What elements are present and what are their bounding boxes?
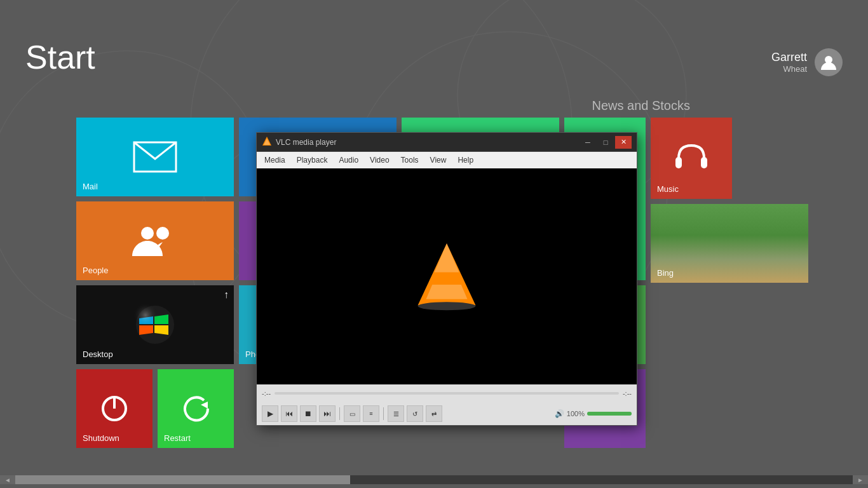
bing-bg (651, 204, 808, 283)
shutdown-tile-icon (98, 393, 130, 424)
vlc-prev-button[interactable]: ⏮ (281, 405, 297, 422)
vlc-volume-fill (587, 412, 632, 416)
vlc-sep-1 (339, 407, 340, 420)
vlc-next-button[interactable]: ⏭ (319, 405, 336, 422)
vlc-random-button[interactable]: ⇄ (426, 405, 442, 422)
svg-marker-13 (201, 402, 208, 409)
vlc-frame-button[interactable]: ▭ (344, 405, 360, 422)
shutdown-tile-label: Shutdown (83, 433, 119, 443)
vlc-menu-playback[interactable]: Playback (292, 154, 333, 166)
vlc-playlist-button[interactable]: ☰ (388, 405, 404, 422)
user-text: Garrett Wheat (771, 51, 807, 74)
user-subtitle: Wheat (771, 64, 807, 74)
vlc-title-text: VLC media player (276, 138, 336, 147)
tile-column-1: Mail People (76, 118, 234, 448)
vlc-minimize-button[interactable]: ─ (580, 136, 596, 149)
desktop-arrow-icon: ↑ (224, 289, 229, 301)
vlc-time-left: -:-- (262, 390, 271, 397)
svg-point-7 (141, 227, 154, 240)
news-stocks-label: News and Stocks (592, 98, 690, 113)
vlc-logo-icon (262, 136, 272, 148)
vlc-sep-2 (383, 407, 384, 420)
user-info: Garrett Wheat (771, 48, 843, 76)
music-tile-label: Music (657, 184, 679, 194)
scrollbar-track: ◄ ► (0, 475, 868, 484)
svg-point-10 (133, 302, 158, 328)
tile-shutdown[interactable]: Shutdown (76, 369, 153, 448)
svg-marker-45 (426, 285, 468, 299)
vlc-volume-label: 100% (567, 410, 585, 417)
restart-tile-icon (180, 393, 212, 424)
vlc-title-left: VLC media player (262, 136, 336, 148)
vlc-maximize-button[interactable]: □ (597, 136, 614, 149)
tile-desktop[interactable]: Desktop ↑ (76, 285, 234, 364)
vlc-menu-help[interactable]: Help (452, 154, 478, 166)
tile-music[interactable]: Music (651, 118, 732, 199)
user-name: Garrett (771, 51, 807, 64)
vlc-loop-button[interactable]: ↺ (407, 405, 423, 422)
vlc-stop-button[interactable]: ⏹ (300, 405, 316, 422)
vlc-volume-icon: 🔊 (555, 409, 564, 418)
vlc-cone-graphic (405, 235, 488, 318)
vlc-menu-tools[interactable]: Tools (396, 154, 424, 166)
vlc-play-button[interactable]: ▶ (262, 405, 278, 422)
vlc-toolbar: ▶ ⏮ ⏹ ⏭ ▭ ≡ ☰ ↺ ⇄ 🔊 100% (257, 402, 637, 425)
bing-tile-label: Bing (657, 268, 674, 278)
vlc-eq-button[interactable]: ≡ (363, 405, 379, 422)
shutdown-restart-row: Shutdown Restart (76, 369, 234, 448)
people-tile-icon (130, 223, 180, 259)
tile-restart[interactable]: Restart (158, 369, 234, 448)
mail-tile-icon (133, 141, 177, 173)
vlc-progress-area: -:-- -:-- (257, 384, 637, 402)
tile-bing[interactable]: Bing (651, 204, 808, 283)
vlc-video-area (257, 168, 637, 384)
svg-rect-40 (701, 157, 707, 168)
vlc-volume-area: 🔊 100% (555, 409, 632, 418)
vlc-seek-bar[interactable] (275, 392, 619, 395)
svg-marker-44 (435, 243, 459, 273)
vlc-menu-audio[interactable]: Audio (334, 154, 363, 166)
tile-people[interactable]: People (76, 201, 234, 280)
people-tile-label: People (83, 266, 108, 275)
svg-rect-39 (675, 157, 682, 168)
scrollbar-thumb[interactable] (15, 475, 350, 484)
svg-point-8 (156, 227, 169, 240)
vlc-menubar: Media Playback Audio Video Tools View He… (257, 152, 637, 168)
avatar[interactable] (815, 48, 843, 76)
music-tile-icon (672, 139, 710, 177)
scrollbar-right-button[interactable]: ► (853, 475, 868, 484)
tile-mail[interactable]: Mail (76, 118, 234, 196)
scrollbar-left-button[interactable]: ◄ (0, 475, 15, 484)
desktop-tile-label: Desktop (83, 349, 113, 359)
vlc-controls: ─ □ ✕ (580, 136, 632, 149)
vlc-menu-video[interactable]: Video (365, 154, 394, 166)
vlc-menu-view[interactable]: View (425, 154, 452, 166)
svg-point-46 (418, 302, 476, 310)
header: Start Garrett Wheat (0, 0, 868, 89)
page-title: Start (25, 38, 95, 76)
vlc-titlebar: VLC media player ─ □ ✕ (257, 133, 637, 152)
vlc-menu-media[interactable]: Media (259, 154, 290, 166)
mail-tile-label: Mail (83, 182, 98, 191)
vlc-volume-bar[interactable] (587, 412, 632, 416)
restart-tile-label: Restart (164, 433, 191, 443)
vlc-close-button[interactable]: ✕ (615, 136, 632, 149)
vlc-time-right: -:-- (623, 390, 632, 397)
desktop-tile-icon (133, 302, 177, 347)
scrollbar-thumb-area[interactable] (15, 475, 853, 484)
tile-column-5: Music Bing (651, 118, 732, 448)
vlc-window: VLC media player ─ □ ✕ Media Playback Au… (256, 132, 637, 426)
